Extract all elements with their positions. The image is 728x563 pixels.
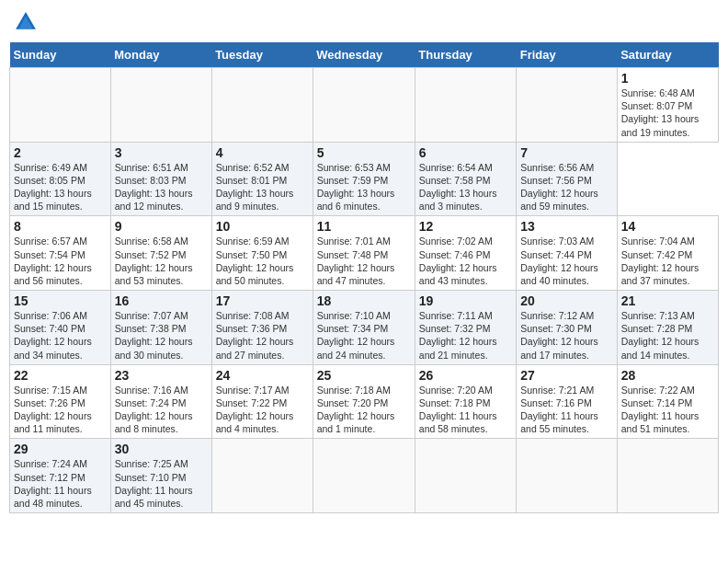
calendar-cell: 17Sunrise: 7:08 AMSunset: 7:36 PMDayligh… (211, 291, 313, 365)
day-number: 7 (520, 145, 612, 160)
day-info: Sunrise: 6:56 AMSunset: 7:56 PMDaylight:… (520, 161, 612, 213)
day-number: 15 (14, 293, 107, 308)
calendar-cell: 18Sunrise: 7:10 AMSunset: 7:34 PMDayligh… (313, 291, 415, 365)
day-info: Sunrise: 7:10 AMSunset: 7:34 PMDaylight:… (317, 309, 411, 362)
calendar-cell: 23Sunrise: 7:16 AMSunset: 7:24 PMDayligh… (110, 364, 211, 439)
day-number: 21 (621, 293, 714, 308)
day-info: Sunrise: 6:53 AMSunset: 7:59 PMDaylight:… (317, 161, 411, 213)
calendar-cell (415, 439, 516, 513)
day-info: Sunrise: 6:49 AMSunset: 8:05 PMDaylight:… (14, 161, 107, 213)
day-number: 8 (14, 219, 107, 234)
day-info: Sunrise: 6:57 AMSunset: 7:54 PMDaylight:… (14, 235, 107, 287)
calendar: SundayMondayTuesdayWednesdayThursdayFrid… (9, 42, 719, 513)
day-info: Sunrise: 7:16 AMSunset: 7:24 PMDaylight:… (115, 384, 208, 436)
calendar-cell (10, 68, 111, 143)
day-info: Sunrise: 7:07 AMSunset: 7:38 PMDaylight:… (115, 309, 208, 362)
calendar-cell: 16Sunrise: 7:07 AMSunset: 7:38 PMDayligh… (110, 291, 211, 365)
day-number: 17 (216, 293, 309, 308)
calendar-cell: 11Sunrise: 7:01 AMSunset: 7:48 PMDayligh… (313, 216, 415, 291)
day-info: Sunrise: 6:58 AMSunset: 7:52 PMDaylight:… (115, 235, 208, 287)
calendar-cell: 6Sunrise: 6:54 AMSunset: 7:58 PMDaylight… (415, 142, 516, 216)
calendar-cell (415, 68, 516, 143)
day-info: Sunrise: 6:48 AMSunset: 8:07 PMDaylight:… (621, 86, 714, 139)
day-info: Sunrise: 7:25 AMSunset: 7:10 PMDaylight:… (115, 457, 208, 510)
day-number: 10 (216, 219, 309, 234)
col-header-sunday: Sunday (10, 42, 111, 68)
calendar-cell: 26Sunrise: 7:20 AMSunset: 7:18 PMDayligh… (415, 364, 516, 439)
day-number: 12 (419, 219, 512, 234)
col-header-friday: Friday (517, 42, 617, 68)
day-info: Sunrise: 7:24 AMSunset: 7:12 PMDaylight:… (14, 457, 107, 510)
col-header-monday: Monday (110, 42, 211, 68)
calendar-week-row: 8Sunrise: 6:57 AMSunset: 7:54 PMDaylight… (10, 216, 719, 291)
calendar-cell: 24Sunrise: 7:17 AMSunset: 7:22 PMDayligh… (211, 364, 313, 439)
day-number: 28 (621, 368, 714, 383)
day-info: Sunrise: 7:21 AMSunset: 7:16 PMDaylight:… (520, 384, 612, 436)
day-info: Sunrise: 7:01 AMSunset: 7:48 PMDaylight:… (317, 235, 411, 287)
calendar-cell: 9Sunrise: 6:58 AMSunset: 7:52 PMDaylight… (110, 216, 211, 291)
day-number: 18 (317, 293, 411, 308)
day-number: 29 (14, 442, 107, 456)
day-info: Sunrise: 7:13 AMSunset: 7:28 PMDaylight:… (621, 309, 714, 362)
day-number: 5 (317, 145, 411, 160)
day-number: 20 (520, 293, 612, 308)
day-info: Sunrise: 6:51 AMSunset: 8:03 PMDaylight:… (115, 161, 208, 213)
col-header-tuesday: Tuesday (211, 42, 313, 68)
day-number: 22 (14, 368, 107, 383)
calendar-cell: 25Sunrise: 7:18 AMSunset: 7:20 PMDayligh… (313, 364, 415, 439)
day-info: Sunrise: 7:12 AMSunset: 7:30 PMDaylight:… (520, 309, 612, 362)
calendar-cell: 12Sunrise: 7:02 AMSunset: 7:46 PMDayligh… (415, 216, 516, 291)
calendar-week-row: 2Sunrise: 6:49 AMSunset: 8:05 PMDaylight… (10, 142, 719, 216)
calendar-week-row: 1Sunrise: 6:48 AMSunset: 8:07 PMDaylight… (10, 68, 719, 143)
calendar-week-row: 29Sunrise: 7:24 AMSunset: 7:12 PMDayligh… (10, 439, 719, 513)
page-header (9, 9, 719, 35)
calendar-cell: 10Sunrise: 6:59 AMSunset: 7:50 PMDayligh… (211, 216, 313, 291)
day-number: 25 (317, 368, 411, 383)
calendar-cell: 1Sunrise: 6:48 AMSunset: 8:07 PMDaylight… (617, 68, 718, 143)
day-number: 19 (419, 293, 512, 308)
day-number: 26 (419, 368, 512, 383)
day-info: Sunrise: 7:04 AMSunset: 7:42 PMDaylight:… (621, 235, 714, 287)
logo (13, 9, 42, 35)
calendar-cell: 30Sunrise: 7:25 AMSunset: 7:10 PMDayligh… (110, 439, 211, 513)
calendar-cell (211, 68, 313, 143)
day-info: Sunrise: 7:08 AMSunset: 7:36 PMDaylight:… (216, 309, 309, 362)
day-info: Sunrise: 7:17 AMSunset: 7:22 PMDaylight:… (216, 384, 309, 436)
calendar-cell (517, 68, 617, 143)
calendar-cell: 29Sunrise: 7:24 AMSunset: 7:12 PMDayligh… (10, 439, 111, 513)
day-info: Sunrise: 7:20 AMSunset: 7:18 PMDaylight:… (419, 384, 512, 436)
calendar-cell: 7Sunrise: 6:56 AMSunset: 7:56 PMDaylight… (517, 142, 617, 216)
calendar-cell: 28Sunrise: 7:22 AMSunset: 7:14 PMDayligh… (617, 364, 718, 439)
day-number: 23 (115, 368, 208, 383)
calendar-cell: 4Sunrise: 6:52 AMSunset: 8:01 PMDaylight… (211, 142, 313, 216)
day-number: 6 (419, 145, 512, 160)
calendar-cell (211, 439, 313, 513)
day-info: Sunrise: 7:06 AMSunset: 7:40 PMDaylight:… (14, 309, 107, 362)
day-number: 11 (317, 219, 411, 234)
day-info: Sunrise: 7:18 AMSunset: 7:20 PMDaylight:… (317, 384, 411, 436)
calendar-cell: 21Sunrise: 7:13 AMSunset: 7:28 PMDayligh… (617, 291, 718, 365)
day-info: Sunrise: 6:54 AMSunset: 7:58 PMDaylight:… (419, 161, 512, 213)
day-info: Sunrise: 7:11 AMSunset: 7:32 PMDaylight:… (419, 309, 512, 362)
col-header-wednesday: Wednesday (313, 42, 415, 68)
calendar-header-row: SundayMondayTuesdayWednesdayThursdayFrid… (10, 42, 719, 68)
col-header-thursday: Thursday (415, 42, 516, 68)
calendar-cell: 15Sunrise: 7:06 AMSunset: 7:40 PMDayligh… (10, 291, 111, 365)
calendar-cell (313, 439, 415, 513)
calendar-cell: 22Sunrise: 7:15 AMSunset: 7:26 PMDayligh… (10, 364, 111, 439)
calendar-cell: 5Sunrise: 6:53 AMSunset: 7:59 PMDaylight… (313, 142, 415, 216)
day-info: Sunrise: 7:03 AMSunset: 7:44 PMDaylight:… (520, 235, 612, 287)
day-number: 16 (115, 293, 208, 308)
calendar-cell: 3Sunrise: 6:51 AMSunset: 8:03 PMDaylight… (110, 142, 211, 216)
day-info: Sunrise: 6:59 AMSunset: 7:50 PMDaylight:… (216, 235, 309, 287)
calendar-cell: 20Sunrise: 7:12 AMSunset: 7:30 PMDayligh… (517, 291, 617, 365)
calendar-cell: 27Sunrise: 7:21 AMSunset: 7:16 PMDayligh… (517, 364, 617, 439)
day-number: 13 (520, 219, 612, 234)
calendar-cell: 13Sunrise: 7:03 AMSunset: 7:44 PMDayligh… (517, 216, 617, 291)
day-number: 24 (216, 368, 309, 383)
logo-icon (13, 9, 39, 35)
day-number: 2 (14, 145, 107, 160)
day-number: 27 (520, 368, 612, 383)
day-number: 30 (115, 442, 208, 456)
calendar-week-row: 22Sunrise: 7:15 AMSunset: 7:26 PMDayligh… (10, 364, 719, 439)
